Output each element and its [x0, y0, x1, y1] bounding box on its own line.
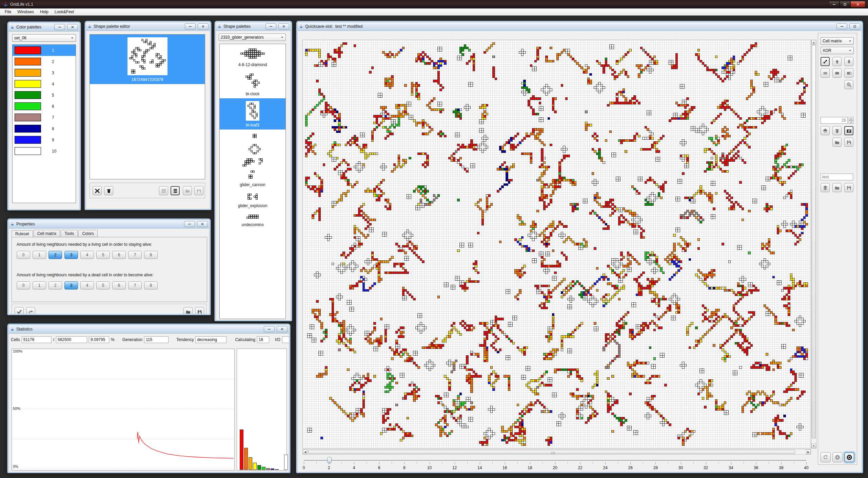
close-button[interactable] — [277, 326, 288, 332]
color-list-item[interactable]: 10 — [13, 145, 76, 157]
editor-shape-item-selected[interactable]: 16724947220379 — [90, 35, 205, 84]
neighbour-count-button-0[interactable]: 0 — [17, 251, 30, 259]
grid-view-button[interactable] — [159, 186, 168, 195]
quicksave-titlebar[interactable]: Quicksave-slot: test ** modified — [298, 22, 862, 31]
slider-track[interactable] — [304, 460, 806, 461]
properties-titlebar[interactable]: Properties — [9, 220, 209, 228]
color-list-item[interactable]: 9 — [13, 134, 76, 145]
color-list-item[interactable]: 6 — [13, 101, 76, 112]
neighbour-count-button-2[interactable]: 2 — [48, 251, 62, 259]
window-properties[interactable]: Properties RulesetCell matrixToolsColors… — [7, 219, 211, 315]
neighbour-count-button-3[interactable]: 3 — [64, 281, 78, 290]
color-list-item[interactable]: 3 — [13, 67, 76, 78]
shape-item-glider_explosion[interactable]: glider_explosion — [220, 189, 285, 210]
neighbour-count-button-7[interactable]: 7 — [128, 281, 142, 290]
scroll-up-arrow[interactable]: ▲ — [811, 40, 816, 45]
save-palette-button[interactable] — [194, 186, 203, 195]
color-list-item[interactable]: 7 — [13, 112, 76, 123]
neighbour-count-button-8[interactable]: 8 — [144, 251, 158, 259]
paste-mode-select[interactable]: XOR — [821, 47, 854, 54]
color-list-item[interactable]: 5 — [13, 89, 76, 101]
shape-item-4-8-12-diamond[interactable]: 4-8-12-diamond — [220, 44, 285, 69]
minimize-button[interactable] — [185, 23, 196, 29]
tab-tools[interactable]: Tools — [61, 230, 78, 238]
scroll-down-arrow[interactable]: ▼ — [811, 443, 816, 448]
quicksave-button[interactable] — [844, 183, 853, 192]
random-rain-button[interactable] — [821, 126, 830, 135]
shape-item-bi-clock[interactable]: bi-clock — [220, 69, 285, 98]
color-list-item[interactable]: 1 — [13, 45, 76, 56]
window-statistics[interactable]: Statistics Cells / % Generation Tendency… — [7, 324, 290, 473]
random-density-spinner[interactable] — [821, 117, 848, 124]
tendency-field[interactable] — [195, 336, 226, 343]
io-field[interactable] — [282, 336, 289, 343]
open-matrix-button[interactable] — [832, 138, 842, 147]
spinner-arrows[interactable]: ▲▼ — [849, 117, 853, 124]
neighbour-count-button-1[interactable]: 1 — [33, 251, 46, 259]
statistics-titlebar[interactable]: Statistics — [9, 325, 289, 334]
cells-total-field[interactable] — [56, 336, 87, 343]
minimize-button[interactable] — [184, 221, 195, 227]
menu-item-help[interactable]: Help — [37, 9, 51, 15]
neighbour-count-button-4[interactable]: 4 — [80, 251, 94, 259]
neighbour-count-button-3[interactable]: 3 — [64, 251, 78, 259]
color-list-item[interactable]: 2 — [13, 56, 76, 67]
list-view-button[interactable] — [171, 186, 180, 195]
minimize-button[interactable] — [54, 24, 65, 30]
apply-ruleset-button[interactable] — [15, 307, 24, 314]
paste-target-select[interactable]: Cell matrix — [821, 37, 854, 45]
neighbour-count-button-5[interactable]: 5 — [96, 251, 110, 259]
zoom-in-button[interactable] — [844, 80, 853, 89]
delete-shape-button[interactable] — [93, 186, 102, 195]
close-button[interactable] — [67, 24, 78, 30]
horizontal-scrollbar[interactable]: ◀ ▶ — [302, 449, 811, 455]
quickload-button[interactable] — [832, 183, 842, 192]
window-quicksave[interactable]: Quicksave-slot: test ** modified ▲ ▼ ◀ ▶ — [296, 21, 863, 473]
cells-percent-field[interactable] — [89, 336, 109, 343]
os-minimize-button[interactable] — [829, 1, 840, 7]
shift-down-button[interactable] — [844, 57, 853, 66]
save-ruleset-button[interactable] — [195, 307, 204, 314]
os-close-button[interactable] — [850, 1, 865, 7]
scroll-right-arrow[interactable]: ▶ — [806, 450, 811, 454]
tab-colors[interactable]: Colors — [78, 230, 98, 238]
step-button[interactable] — [821, 452, 831, 462]
neighbour-count-button-5[interactable]: 5 — [96, 281, 110, 290]
vertical-scrollbar[interactable]: ▲ ▼ — [811, 40, 816, 449]
neighbour-count-button-8[interactable]: 8 — [144, 281, 158, 290]
save-matrix-button[interactable] — [844, 138, 853, 147]
fit-view-button[interactable] — [821, 57, 830, 66]
menu-item-windows[interactable]: Windows — [15, 9, 37, 15]
invert-colors-button[interactable] — [844, 68, 853, 78]
shape-item-glider_cannon[interactable]: glider_cannon — [220, 130, 285, 189]
close-button[interactable] — [197, 221, 208, 227]
color-list-item[interactable]: 8 — [13, 123, 76, 134]
snapshot-button[interactable] — [844, 126, 853, 135]
shape-item-undecomino[interactable]: undecomino — [220, 210, 285, 229]
menu-item-lookfeel[interactable]: Look&Feel — [52, 9, 77, 15]
menu-item-file[interactable]: File — [2, 9, 14, 15]
tab-cell-matrix[interactable]: Cell matrix — [34, 230, 60, 238]
generation-field[interactable] — [144, 336, 169, 343]
fill-all-button[interactable] — [832, 68, 842, 78]
shape-item-bi-loaf3[interactable]: bi-loaf3 — [220, 98, 285, 130]
calculating-field[interactable] — [257, 336, 269, 343]
window-shape-palettes[interactable]: Shape palettes 2333_glider_generators 4-… — [215, 21, 292, 321]
shift-up-button[interactable] — [832, 57, 842, 66]
minimize-button[interactable] — [264, 326, 275, 332]
clear-matrix-button[interactable] — [832, 126, 842, 135]
quicksave-slots-button[interactable] — [821, 183, 830, 192]
os-maximize-button[interactable] — [840, 1, 850, 7]
scroll-left-arrow[interactable]: ◀ — [303, 450, 308, 454]
cell-grid-canvas[interactable] — [302, 40, 811, 449]
slider-thumb[interactable] — [327, 457, 332, 463]
neighbour-count-button-4[interactable]: 4 — [80, 281, 94, 290]
shape-editor-titlebar[interactable]: Shape palette editor — [86, 22, 210, 31]
neighbour-count-button-6[interactable]: 6 — [112, 251, 126, 259]
spinner-up-icon[interactable]: ▲ — [849, 117, 853, 120]
vertical-scrollbar-thumb[interactable] — [812, 45, 816, 438]
quicksave-name-field[interactable] — [821, 174, 853, 180]
neighbour-count-button-6[interactable]: 6 — [112, 281, 126, 290]
play-button[interactable] — [832, 452, 843, 462]
revert-ruleset-button[interactable] — [26, 307, 35, 314]
